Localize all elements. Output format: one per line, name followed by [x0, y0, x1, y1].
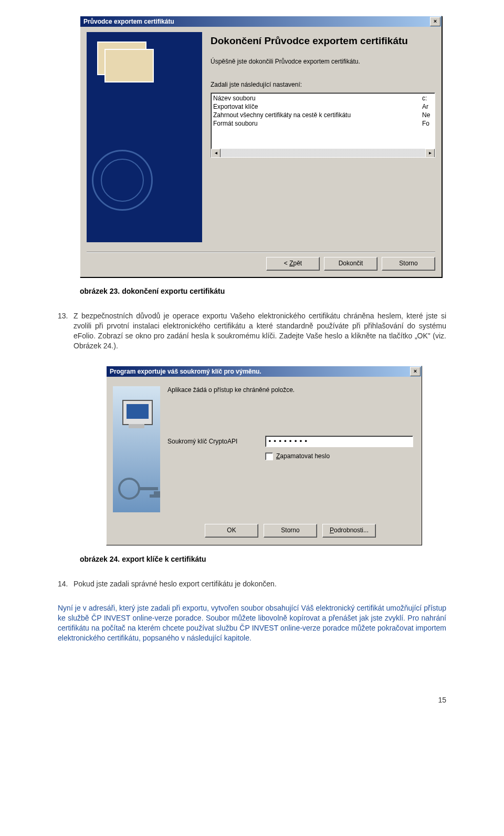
page-number: 15: [58, 696, 446, 704]
access-text: Aplikace žádá o přístup ke chráněné polo…: [167, 386, 413, 394]
step-14: 14. Pokud jste zadali správné heslo expo…: [58, 579, 446, 589]
figure-caption-23: obrázek 23. dokončení exportu certifikát…: [80, 287, 446, 295]
scroll-left-icon[interactable]: ◂: [211, 149, 220, 158]
details-button[interactable]: Podrobnosti...: [322, 524, 376, 538]
horizontal-scrollbar[interactable]: ◂ ▸: [211, 149, 435, 157]
key-dialog-image: [113, 386, 160, 512]
remember-label[interactable]: Zapamatovat heslo: [276, 452, 330, 460]
figure-caption-24: obrázek 24. export klíče k certifikátu: [80, 555, 446, 563]
close-icon[interactable]: ×: [430, 17, 440, 26]
settings-listbox[interactable]: Název souboruc: Exportovat klíčeAr Zahrn…: [211, 92, 435, 158]
password-input[interactable]: ••••••••: [265, 436, 413, 447]
remember-checkbox[interactable]: [265, 452, 273, 460]
private-key-dialog: Program exportuje váš soukromý klíč pro …: [106, 366, 422, 545]
finish-button[interactable]: Dokončit: [324, 257, 377, 271]
dialog-titlebar[interactable]: Program exportuje váš soukromý klíč pro …: [107, 366, 422, 377]
scroll-right-icon[interactable]: ▸: [425, 149, 435, 158]
back-button[interactable]: < Zpět: [266, 257, 320, 271]
list-item: Název souboruc:: [213, 94, 435, 102]
list-item: Exportovat klíčeAr: [213, 102, 435, 111]
list-item: Formát souboruFo: [213, 119, 435, 128]
close-icon[interactable]: ×: [410, 367, 421, 376]
step-13: 13. Z bezpečnostních důvodů je operace e…: [58, 311, 446, 351]
wizard-success-text: Úspěšně jste dokončili Průvodce exportem…: [211, 58, 435, 65]
list-item: Zahrnout všechny certifikáty na cestě k …: [213, 111, 435, 119]
dialog-title: Program exportuje váš soukromý klíč pro …: [110, 368, 410, 375]
key-field-label: Soukromý klíč CryptoAPI: [167, 438, 257, 445]
wizard-heading: Dokončení Průvodce exportem certifikátu: [211, 35, 435, 47]
dialog-title: Průvodce exportem certifikátu: [83, 18, 430, 25]
ok-button[interactable]: OK: [205, 524, 258, 538]
cancel-button[interactable]: Storno: [264, 524, 317, 538]
cancel-button[interactable]: Storno: [382, 257, 435, 271]
wizard-sidebar-image: [87, 32, 202, 242]
dialog-titlebar[interactable]: Průvodce exportem certifikátu ×: [80, 16, 442, 27]
settings-label: Zadali jste následující nastavení:: [211, 81, 435, 88]
export-wizard-dialog: Průvodce exportem certifikátu × Dokončen…: [80, 16, 442, 277]
closing-paragraph: Nyní je v adresáři, který jste zadali př…: [58, 603, 446, 643]
